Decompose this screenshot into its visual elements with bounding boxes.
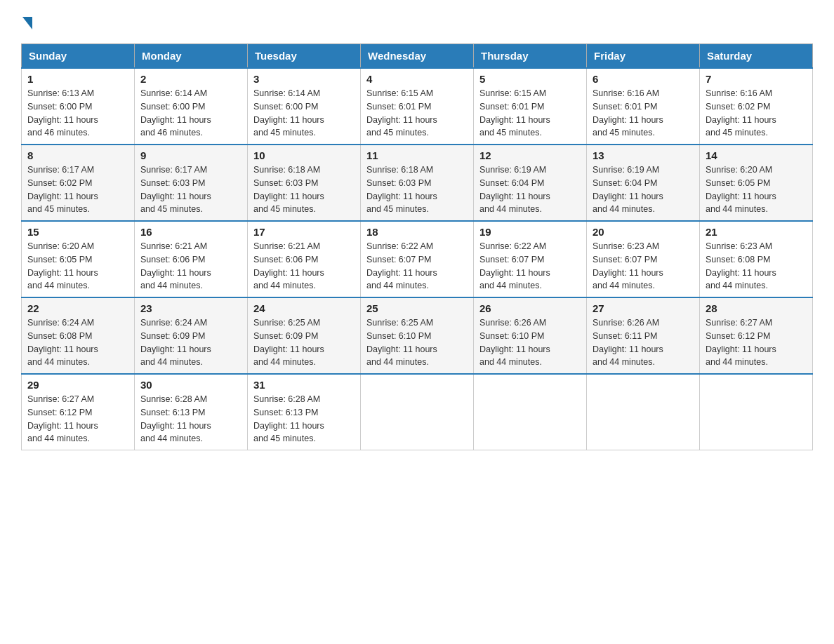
day-number: 23 bbox=[140, 302, 241, 314]
day-number: 3 bbox=[253, 73, 355, 85]
day-number: 6 bbox=[593, 73, 694, 85]
calendar-week-row: 8Sunrise: 6:17 AMSunset: 6:02 PMDaylight… bbox=[22, 145, 813, 221]
calendar-cell: 9Sunrise: 6:17 AMSunset: 6:03 PMDaylight… bbox=[135, 145, 248, 221]
weekday-header-thursday: Thursday bbox=[474, 44, 587, 69]
calendar-cell: 25Sunrise: 6:25 AMSunset: 6:10 PMDayligh… bbox=[361, 297, 474, 374]
day-info: Sunrise: 6:24 AMSunset: 6:09 PMDaylight:… bbox=[140, 316, 241, 369]
day-number: 16 bbox=[140, 226, 241, 238]
day-info: Sunrise: 6:21 AMSunset: 6:06 PMDaylight:… bbox=[140, 240, 241, 293]
day-number: 13 bbox=[593, 149, 694, 161]
day-info: Sunrise: 6:28 AMSunset: 6:13 PMDaylight:… bbox=[253, 393, 355, 445]
day-info: Sunrise: 6:26 AMSunset: 6:10 PMDaylight:… bbox=[479, 316, 581, 369]
calendar-cell: 13Sunrise: 6:19 AMSunset: 6:04 PMDayligh… bbox=[587, 145, 700, 221]
day-number: 7 bbox=[706, 73, 807, 85]
day-info: Sunrise: 6:18 AMSunset: 6:03 PMDaylight:… bbox=[366, 163, 468, 216]
day-number: 15 bbox=[27, 226, 128, 238]
calendar-cell: 10Sunrise: 6:18 AMSunset: 6:03 PMDayligh… bbox=[248, 145, 361, 221]
calendar-cell: 19Sunrise: 6:22 AMSunset: 6:07 PMDayligh… bbox=[474, 221, 587, 297]
day-info: Sunrise: 6:21 AMSunset: 6:06 PMDaylight:… bbox=[253, 240, 355, 293]
day-info: Sunrise: 6:13 AMSunset: 6:00 PMDaylight:… bbox=[27, 87, 128, 140]
calendar-cell: 15Sunrise: 6:20 AMSunset: 6:05 PMDayligh… bbox=[22, 221, 135, 297]
calendar-cell: 1Sunrise: 6:13 AMSunset: 6:00 PMDaylight… bbox=[22, 68, 135, 145]
day-number: 29 bbox=[27, 379, 128, 391]
day-number: 9 bbox=[140, 149, 241, 161]
day-number: 14 bbox=[706, 149, 807, 161]
day-info: Sunrise: 6:25 AMSunset: 6:10 PMDaylight:… bbox=[366, 316, 468, 369]
weekday-header-monday: Monday bbox=[135, 44, 248, 69]
day-number: 30 bbox=[140, 379, 241, 391]
calendar-cell: 20Sunrise: 6:23 AMSunset: 6:07 PMDayligh… bbox=[587, 221, 700, 297]
day-info: Sunrise: 6:19 AMSunset: 6:04 PMDaylight:… bbox=[593, 163, 694, 216]
day-info: Sunrise: 6:23 AMSunset: 6:08 PMDaylight:… bbox=[706, 240, 807, 293]
day-info: Sunrise: 6:27 AMSunset: 6:12 PMDaylight:… bbox=[706, 316, 807, 369]
day-info: Sunrise: 6:16 AMSunset: 6:01 PMDaylight:… bbox=[593, 87, 694, 140]
day-info: Sunrise: 6:28 AMSunset: 6:13 PMDaylight:… bbox=[140, 393, 241, 445]
day-number: 25 bbox=[366, 302, 468, 314]
calendar-cell: 18Sunrise: 6:22 AMSunset: 6:07 PMDayligh… bbox=[361, 221, 474, 297]
day-info: Sunrise: 6:14 AMSunset: 6:00 PMDaylight:… bbox=[140, 87, 241, 140]
day-info: Sunrise: 6:22 AMSunset: 6:07 PMDaylight:… bbox=[366, 240, 468, 293]
calendar-cell: 17Sunrise: 6:21 AMSunset: 6:06 PMDayligh… bbox=[248, 221, 361, 297]
calendar-cell: 8Sunrise: 6:17 AMSunset: 6:02 PMDaylight… bbox=[22, 145, 135, 221]
calendar-cell: 11Sunrise: 6:18 AMSunset: 6:03 PMDayligh… bbox=[361, 145, 474, 221]
page-header bbox=[21, 14, 813, 29]
day-number: 10 bbox=[253, 149, 355, 161]
day-number: 31 bbox=[253, 379, 355, 391]
calendar-week-row: 15Sunrise: 6:20 AMSunset: 6:05 PMDayligh… bbox=[22, 221, 813, 297]
logo-arrow-icon bbox=[22, 17, 32, 29]
day-number: 27 bbox=[593, 302, 694, 314]
calendar-cell: 30Sunrise: 6:28 AMSunset: 6:13 PMDayligh… bbox=[135, 374, 248, 450]
day-info: Sunrise: 6:20 AMSunset: 6:05 PMDaylight:… bbox=[706, 163, 807, 216]
calendar-cell: 16Sunrise: 6:21 AMSunset: 6:06 PMDayligh… bbox=[135, 221, 248, 297]
day-number: 21 bbox=[706, 226, 807, 238]
calendar-cell: 27Sunrise: 6:26 AMSunset: 6:11 PMDayligh… bbox=[587, 297, 700, 374]
day-info: Sunrise: 6:27 AMSunset: 6:12 PMDaylight:… bbox=[27, 393, 128, 445]
day-info: Sunrise: 6:17 AMSunset: 6:03 PMDaylight:… bbox=[140, 163, 241, 216]
day-info: Sunrise: 6:20 AMSunset: 6:05 PMDaylight:… bbox=[27, 240, 128, 293]
day-info: Sunrise: 6:24 AMSunset: 6:08 PMDaylight:… bbox=[27, 316, 128, 369]
calendar-cell: 31Sunrise: 6:28 AMSunset: 6:13 PMDayligh… bbox=[248, 374, 361, 450]
day-info: Sunrise: 6:18 AMSunset: 6:03 PMDaylight:… bbox=[253, 163, 355, 216]
day-number: 12 bbox=[479, 149, 581, 161]
weekday-header-tuesday: Tuesday bbox=[248, 44, 361, 69]
calendar-cell bbox=[587, 374, 700, 450]
calendar-cell: 29Sunrise: 6:27 AMSunset: 6:12 PMDayligh… bbox=[22, 374, 135, 450]
day-number: 28 bbox=[706, 302, 807, 314]
day-info: Sunrise: 6:23 AMSunset: 6:07 PMDaylight:… bbox=[593, 240, 694, 293]
calendar-cell bbox=[361, 374, 474, 450]
day-number: 18 bbox=[366, 226, 468, 238]
weekday-header-wednesday: Wednesday bbox=[361, 44, 474, 69]
calendar-week-row: 22Sunrise: 6:24 AMSunset: 6:08 PMDayligh… bbox=[22, 297, 813, 374]
calendar-cell: 5Sunrise: 6:15 AMSunset: 6:01 PMDaylight… bbox=[474, 68, 587, 145]
calendar-cell: 12Sunrise: 6:19 AMSunset: 6:04 PMDayligh… bbox=[474, 145, 587, 221]
logo bbox=[21, 14, 32, 29]
day-number: 20 bbox=[593, 226, 694, 238]
calendar-cell: 14Sunrise: 6:20 AMSunset: 6:05 PMDayligh… bbox=[700, 145, 813, 221]
calendar-cell: 21Sunrise: 6:23 AMSunset: 6:08 PMDayligh… bbox=[700, 221, 813, 297]
calendar-cell: 23Sunrise: 6:24 AMSunset: 6:09 PMDayligh… bbox=[135, 297, 248, 374]
day-info: Sunrise: 6:19 AMSunset: 6:04 PMDaylight:… bbox=[479, 163, 581, 216]
day-info: Sunrise: 6:26 AMSunset: 6:11 PMDaylight:… bbox=[593, 316, 694, 369]
calendar-week-row: 1Sunrise: 6:13 AMSunset: 6:00 PMDaylight… bbox=[22, 68, 813, 145]
calendar-week-row: 29Sunrise: 6:27 AMSunset: 6:12 PMDayligh… bbox=[22, 374, 813, 450]
day-info: Sunrise: 6:15 AMSunset: 6:01 PMDaylight:… bbox=[479, 87, 581, 140]
calendar-cell: 24Sunrise: 6:25 AMSunset: 6:09 PMDayligh… bbox=[248, 297, 361, 374]
weekday-header-row: SundayMondayTuesdayWednesdayThursdayFrid… bbox=[22, 44, 813, 69]
day-number: 11 bbox=[366, 149, 468, 161]
calendar-cell: 6Sunrise: 6:16 AMSunset: 6:01 PMDaylight… bbox=[587, 68, 700, 145]
weekday-header-sunday: Sunday bbox=[22, 44, 135, 69]
day-number: 17 bbox=[253, 226, 355, 238]
day-number: 2 bbox=[140, 73, 241, 85]
calendar-cell: 28Sunrise: 6:27 AMSunset: 6:12 PMDayligh… bbox=[700, 297, 813, 374]
calendar-cell bbox=[474, 374, 587, 450]
calendar-cell: 7Sunrise: 6:16 AMSunset: 6:02 PMDaylight… bbox=[700, 68, 813, 145]
day-number: 26 bbox=[479, 302, 581, 314]
day-info: Sunrise: 6:14 AMSunset: 6:00 PMDaylight:… bbox=[253, 87, 355, 140]
day-info: Sunrise: 6:15 AMSunset: 6:01 PMDaylight:… bbox=[366, 87, 468, 140]
day-number: 22 bbox=[27, 302, 128, 314]
day-number: 5 bbox=[479, 73, 581, 85]
calendar-cell: 26Sunrise: 6:26 AMSunset: 6:10 PMDayligh… bbox=[474, 297, 587, 374]
day-number: 19 bbox=[479, 226, 581, 238]
day-info: Sunrise: 6:22 AMSunset: 6:07 PMDaylight:… bbox=[479, 240, 581, 293]
day-number: 1 bbox=[27, 73, 128, 85]
